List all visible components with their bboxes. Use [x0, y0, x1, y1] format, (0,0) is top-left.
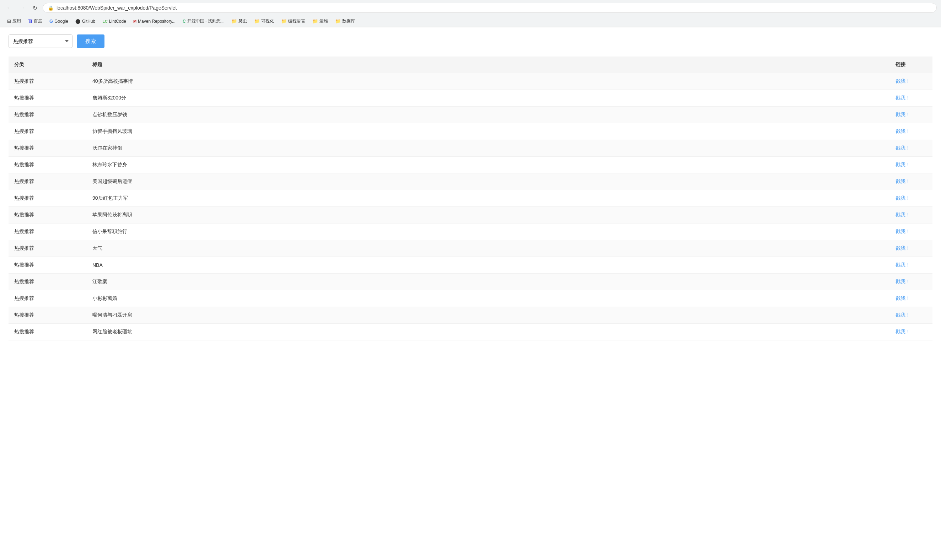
table-row: 热搜推荐林志玲水下替身戳我！: [9, 157, 932, 174]
bookmark-database[interactable]: 📁 数据库: [332, 17, 358, 25]
bookmark-languages[interactable]: 📁 编程语言: [278, 17, 308, 25]
bookmark-label: 数据库: [342, 18, 355, 24]
cell-category: 热搜推荐: [9, 157, 87, 174]
cell-link[interactable]: 戳我！: [890, 240, 932, 257]
row-link[interactable]: 戳我！: [895, 228, 910, 234]
bookmark-github[interactable]: ⬤ GitHub: [72, 17, 98, 25]
cell-title: 苹果阿伦茨将离职: [87, 207, 890, 223]
cell-category: 热搜推荐: [9, 207, 87, 223]
bookmark-google[interactable]: G Google: [46, 17, 71, 25]
row-link[interactable]: 戳我！: [895, 262, 910, 268]
bookmark-label: Google: [54, 19, 68, 24]
bookmark-maven[interactable]: M Maven Repository...: [131, 18, 178, 25]
cell-category: 热搜推荐: [9, 324, 87, 340]
reload-button[interactable]: ↻: [30, 3, 40, 13]
row-link[interactable]: 戳我！: [895, 195, 910, 201]
back-button[interactable]: ←: [4, 3, 14, 13]
table-row: 热搜推荐美国超级碗后遗症戳我！: [9, 174, 932, 190]
url-input[interactable]: [57, 5, 932, 11]
cell-category: 热搜推荐: [9, 274, 87, 290]
google-icon: G: [49, 18, 53, 24]
folder-icon: 📁: [281, 18, 287, 24]
cell-category: 热搜推荐: [9, 257, 87, 274]
bookmark-crawler[interactable]: 📁 爬虫: [229, 17, 250, 25]
cell-link[interactable]: 戳我！: [890, 207, 932, 223]
cell-category: 热搜推荐: [9, 90, 87, 106]
bookmark-apps[interactable]: ⊞ 应用: [4, 17, 24, 25]
cell-category: 热搜推荐: [9, 307, 87, 324]
row-link[interactable]: 戳我！: [895, 95, 910, 100]
row-link[interactable]: 戳我！: [895, 329, 910, 334]
address-bar[interactable]: 🔒: [43, 3, 937, 13]
cell-title: 沃尔在家摔倒: [87, 140, 890, 157]
github-icon: ⬤: [75, 18, 81, 24]
cell-category: 热搜推荐: [9, 140, 87, 157]
cell-category: 热搜推荐: [9, 190, 87, 207]
cell-link[interactable]: 戳我！: [890, 73, 932, 90]
cell-title: 90后红包主力军: [87, 190, 890, 207]
row-link[interactable]: 戳我！: [895, 78, 910, 84]
bookmark-label: GitHub: [82, 19, 95, 24]
row-link[interactable]: 戳我！: [895, 245, 910, 251]
table-header-row: 分类 标题 链接: [9, 57, 932, 73]
bookmark-baidu[interactable]: 百 百度: [25, 17, 45, 25]
cell-title: 林志玲水下替身: [87, 157, 890, 174]
cell-title: 江歌案: [87, 274, 890, 290]
col-header-link: 链接: [890, 57, 932, 73]
cell-link[interactable]: 戳我！: [890, 223, 932, 240]
bookmark-label: 可视化: [261, 18, 274, 24]
cell-link[interactable]: 戳我！: [890, 174, 932, 190]
oschina-icon: C: [183, 19, 186, 24]
table-row: 热搜推荐点钞机数压岁钱戳我！: [9, 106, 932, 123]
row-link[interactable]: 戳我！: [895, 295, 910, 301]
col-header-title: 标题: [87, 57, 890, 73]
cell-link[interactable]: 戳我！: [890, 157, 932, 174]
category-select[interactable]: 热搜推荐 娱乐 体育 科技: [9, 34, 72, 48]
cell-link[interactable]: 戳我！: [890, 140, 932, 157]
row-link[interactable]: 戳我！: [895, 312, 910, 318]
cell-link[interactable]: 戳我！: [890, 257, 932, 274]
table-row: 热搜推荐网红脸被老板砸坑戳我！: [9, 324, 932, 340]
cell-link[interactable]: 戳我！: [890, 324, 932, 340]
cell-link[interactable]: 戳我！: [890, 274, 932, 290]
row-link[interactable]: 戳我！: [895, 112, 910, 117]
cell-link[interactable]: 戳我！: [890, 106, 932, 123]
cell-link[interactable]: 戳我！: [890, 307, 932, 324]
cell-title: 天气: [87, 240, 890, 257]
baidu-icon: 百: [28, 18, 32, 24]
bookmark-label: 编程语言: [288, 18, 305, 24]
page-content: 热搜推荐 娱乐 体育 科技 搜索 分类 标题 链接 热搜推荐40多所高校搞事情戳…: [0, 28, 941, 348]
row-link[interactable]: 戳我！: [895, 212, 910, 217]
search-bar: 热搜推荐 娱乐 体育 科技 搜索: [9, 34, 932, 48]
cell-title: 点钞机数压岁钱: [87, 106, 890, 123]
table-row: 热搜推荐90后红包主力军戳我！: [9, 190, 932, 207]
bookmark-label: LintCode: [109, 19, 126, 24]
row-link[interactable]: 戳我！: [895, 145, 910, 151]
folder-icon: 📁: [254, 18, 260, 24]
cell-link[interactable]: 戳我！: [890, 190, 932, 207]
cell-link[interactable]: 戳我！: [890, 123, 932, 140]
row-link[interactable]: 戳我！: [895, 128, 910, 134]
table-row: 热搜推荐沃尔在家摔倒戳我！: [9, 140, 932, 157]
table-row: 热搜推荐NBA戳我！: [9, 257, 932, 274]
table-row: 热搜推荐协警手撕挡风玻璃戳我！: [9, 123, 932, 140]
bookmark-oschina[interactable]: C 开源中国 - 找到您...: [180, 17, 227, 25]
cell-title: 网红脸被老板砸坑: [87, 324, 890, 340]
table-row: 热搜推荐江歌案戳我！: [9, 274, 932, 290]
bookmark-ops[interactable]: 📁 运维: [309, 17, 331, 25]
search-button[interactable]: 搜索: [77, 34, 105, 48]
row-link[interactable]: 戳我！: [895, 162, 910, 168]
bookmark-visualization[interactable]: 📁 可视化: [251, 17, 277, 25]
cell-title: 协警手撕挡风玻璃: [87, 123, 890, 140]
table-row: 热搜推荐詹姆斯32000分戳我！: [9, 90, 932, 106]
forward-button[interactable]: →: [17, 3, 27, 13]
table-row: 热搜推荐小彬彬离婚戳我！: [9, 290, 932, 307]
row-link[interactable]: 戳我！: [895, 178, 910, 184]
cell-link[interactable]: 戳我！: [890, 90, 932, 106]
cell-title: 曝何洁与刁磊开房: [87, 307, 890, 324]
table-row: 热搜推荐苹果阿伦茨将离职戳我！: [9, 207, 932, 223]
bookmark-lintcode[interactable]: LC LintCode: [100, 18, 129, 25]
bookmark-label: 运维: [320, 18, 328, 24]
row-link[interactable]: 戳我！: [895, 278, 910, 284]
cell-link[interactable]: 戳我！: [890, 290, 932, 307]
